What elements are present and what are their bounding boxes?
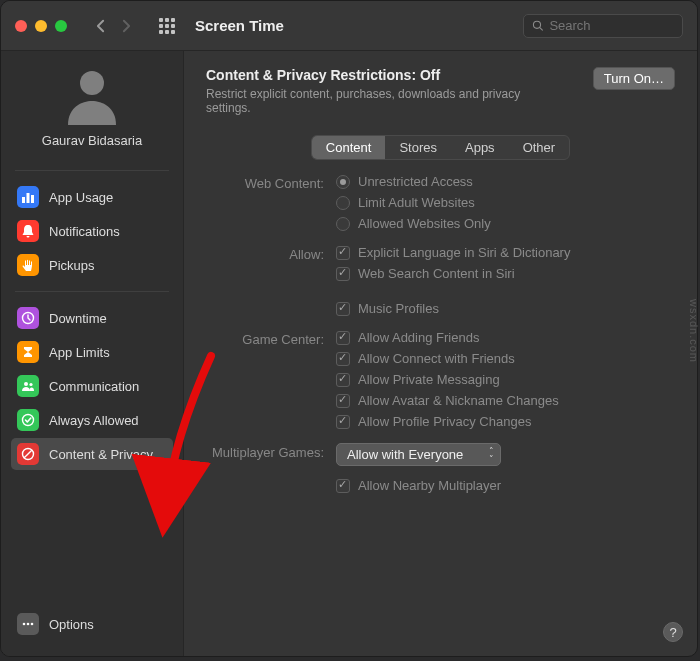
sidebar-item-notifications[interactable]: Notifications xyxy=(11,215,173,247)
panel-subheading: Restrict explicit content, purchases, do… xyxy=(206,87,566,115)
multiplayer-dropdown[interactable]: Allow with Everyone ˄˅ xyxy=(336,443,501,466)
radio-unrestricted-access[interactable]: Unrestricted Access xyxy=(336,174,491,189)
svg-point-13 xyxy=(27,623,30,626)
username-label: Gaurav Bidasaria xyxy=(42,133,142,148)
user-block: Gaurav Bidasaria xyxy=(1,63,183,160)
label-game-center: Game Center: xyxy=(206,330,336,347)
sidebar-item-label: App Usage xyxy=(49,190,113,205)
show-all-grid-icon[interactable] xyxy=(159,18,175,34)
tab-other[interactable]: Other xyxy=(509,136,570,159)
bell-icon xyxy=(17,220,39,242)
search-field[interactable] xyxy=(523,14,683,38)
sidebar-item-downtime[interactable]: Downtime xyxy=(11,302,173,334)
svg-point-7 xyxy=(24,382,28,386)
svg-point-8 xyxy=(29,383,32,386)
check-avatar-nickname[interactable]: Allow Avatar & Nickname Changes xyxy=(336,393,559,408)
dropdown-value: Allow with Everyone xyxy=(347,447,463,462)
sidebar-group-limits: Downtime App Limits Communication xyxy=(1,302,183,470)
check-nearby-multiplayer[interactable]: Allow Nearby Multiplayer xyxy=(336,478,501,493)
check-connect-friends[interactable]: Allow Connect with Friends xyxy=(336,351,559,366)
window-controls xyxy=(15,20,67,32)
label-web-content: Web Content: xyxy=(206,174,336,191)
sidebar-item-always-allowed[interactable]: Always Allowed xyxy=(11,404,173,436)
check-profile-privacy[interactable]: Allow Profile Privacy Changes xyxy=(336,414,559,429)
heading-state: Off xyxy=(420,67,440,83)
preferences-window: Screen Time Gaurav Bidasaria xyxy=(0,0,698,657)
sidebar-item-label: Options xyxy=(49,617,94,632)
svg-point-12 xyxy=(23,623,26,626)
sidebar-item-label: Pickups xyxy=(49,258,95,273)
window-title: Screen Time xyxy=(195,17,284,34)
panel-heading: Content & Privacy Restrictions: Off xyxy=(206,67,566,83)
close-window-button[interactable] xyxy=(15,20,27,32)
minimize-window-button[interactable] xyxy=(35,20,47,32)
sidebar-group-usage: App Usage Notifications Pickups xyxy=(1,181,183,281)
clock-icon xyxy=(17,307,39,329)
heading-prefix: Content & Privacy Restrictions: xyxy=(206,67,420,83)
forward-button[interactable] xyxy=(115,15,137,37)
no-entry-icon xyxy=(17,443,39,465)
sidebar-item-label: Content & Privacy xyxy=(49,447,153,462)
row-allow: Allow: Explicit Language in Siri & Dicti… xyxy=(206,245,675,316)
tab-control: Content Stores Apps Other xyxy=(311,135,570,160)
window-body: Gaurav Bidasaria App Usage Notifications xyxy=(1,51,697,656)
watermark-text: wsxdn.com xyxy=(688,298,700,362)
sidebar-item-options[interactable]: Options xyxy=(11,608,173,640)
sidebar-item-label: Notifications xyxy=(49,224,120,239)
svg-point-14 xyxy=(31,623,34,626)
svg-rect-4 xyxy=(27,193,30,203)
turn-on-button[interactable]: Turn On… xyxy=(593,67,675,90)
hourglass-icon xyxy=(17,341,39,363)
chevron-up-down-icon: ˄˅ xyxy=(489,447,494,463)
tab-apps[interactable]: Apps xyxy=(451,136,509,159)
check-circle-icon xyxy=(17,409,39,431)
row-game-center: Game Center: Allow Adding Friends Allow … xyxy=(206,330,675,429)
bar-chart-icon xyxy=(17,186,39,208)
tab-stores[interactable]: Stores xyxy=(385,136,451,159)
svg-point-0 xyxy=(533,21,540,28)
people-icon xyxy=(17,375,39,397)
svg-line-11 xyxy=(24,450,32,458)
check-web-search-siri[interactable]: Web Search Content in Siri xyxy=(336,266,570,281)
svg-point-2 xyxy=(80,71,104,95)
row-web-content: Web Content: Unrestricted Access Limit A… xyxy=(206,174,675,231)
sidebar: Gaurav Bidasaria App Usage Notifications xyxy=(1,51,184,656)
sidebar-item-pickups[interactable]: Pickups xyxy=(11,249,173,281)
sidebar-divider xyxy=(15,291,169,292)
radio-allowed-only[interactable]: Allowed Websites Only xyxy=(336,216,491,231)
sidebar-item-label: Downtime xyxy=(49,311,107,326)
check-music-profiles[interactable]: Music Profiles xyxy=(336,301,570,316)
sidebar-item-app-usage[interactable]: App Usage xyxy=(11,181,173,213)
svg-rect-5 xyxy=(31,195,34,203)
tab-content[interactable]: Content xyxy=(312,136,386,159)
back-button[interactable] xyxy=(89,15,111,37)
sidebar-item-label: Communication xyxy=(49,379,139,394)
toolbar: Screen Time xyxy=(1,1,697,51)
hand-icon xyxy=(17,254,39,276)
search-input[interactable] xyxy=(549,18,674,33)
radio-limit-adult[interactable]: Limit Adult Websites xyxy=(336,195,491,210)
sidebar-item-label: App Limits xyxy=(49,345,110,360)
label-multiplayer: Multiplayer Games: xyxy=(206,443,336,460)
nav-arrows xyxy=(89,15,137,37)
search-icon xyxy=(532,19,543,32)
zoom-window-button[interactable] xyxy=(55,20,67,32)
sidebar-divider xyxy=(15,170,169,171)
help-button[interactable]: ? xyxy=(663,622,683,642)
check-adding-friends[interactable]: Allow Adding Friends xyxy=(336,330,559,345)
svg-rect-3 xyxy=(22,197,25,203)
ellipsis-icon xyxy=(17,613,39,635)
avatar-icon xyxy=(60,63,124,127)
row-multiplayer: Multiplayer Games: Allow with Everyone ˄… xyxy=(206,443,675,493)
check-explicit-language[interactable]: Explicit Language in Siri & Dictionary xyxy=(336,245,570,260)
sidebar-item-app-limits[interactable]: App Limits xyxy=(11,336,173,368)
sidebar-item-label: Always Allowed xyxy=(49,413,139,428)
check-private-messaging[interactable]: Allow Private Messaging xyxy=(336,372,559,387)
label-allow: Allow: xyxy=(206,245,336,262)
sidebar-item-communication[interactable]: Communication xyxy=(11,370,173,402)
sidebar-item-content-privacy[interactable]: Content & Privacy xyxy=(11,438,173,470)
svg-line-1 xyxy=(540,28,543,31)
main-panel: Content & Privacy Restrictions: Off Rest… xyxy=(184,51,697,656)
